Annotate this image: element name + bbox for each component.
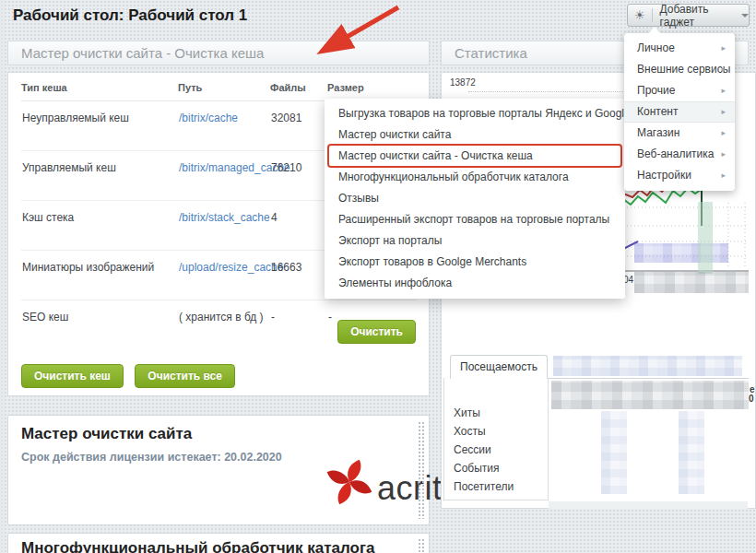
submenu-item[interactable]: Экспорт товаров в Goolge Merchants (325, 252, 625, 273)
acrit-logo-text: acrit (377, 469, 443, 508)
submenu-item[interactable]: Выгрузка товаров на торговые порталы Янд… (325, 103, 625, 124)
clear-seo-button[interactable]: Очистить (337, 320, 416, 344)
submenu-arrow-icon: ▸ (721, 144, 726, 165)
widget-drag-handle[interactable] (418, 421, 425, 519)
submenu-arrow-icon: ▸ (721, 165, 726, 186)
catalog-widget-title: Многофункциональный обработчик каталога (21, 539, 374, 553)
col-header-type: Тип кеша (21, 73, 178, 101)
cache-path-link[interactable]: /upload/resize_cache (179, 261, 283, 274)
cache-type: Неуправляемый кеш (21, 101, 178, 151)
metric-sessions: Сессии (444, 441, 548, 459)
cache-path-link[interactable]: /bitrix/stack_cache (179, 211, 270, 224)
clear-all-button[interactable]: Очистить все (135, 364, 235, 388)
chart-y-max-label: 13872 (450, 77, 476, 88)
submenu-arrow-icon: ▸ (721, 123, 726, 144)
page-left-gutter (0, 0, 6, 553)
metric-visitors: Посетители (444, 477, 548, 496)
clear-cache-button[interactable]: Очистить кеш (21, 364, 124, 388)
cache-type: Управляемый кеш (21, 151, 178, 201)
menu-item-personal[interactable]: Личное▸ (624, 38, 735, 59)
license-expiry-text: Срок действия лицензии истекает: 20.02.2… (21, 451, 282, 464)
submenu-item[interactable]: Отзывы (325, 188, 625, 209)
cache-files: 4 (270, 201, 327, 251)
annotation-arrow (304, 2, 408, 61)
stats-metrics-box: Хиты Хосты Сессии События Посетители (443, 378, 549, 500)
gadget-menu: Личное▸ Внешние сервисы▸ Прочие▸ Контент… (624, 33, 735, 191)
menu-pointer-arrow (647, 27, 662, 35)
cache-path-static: ( хранится в бд ) (178, 300, 270, 363)
redacted-region (634, 243, 728, 263)
redacted-region (551, 381, 749, 409)
submenu-item[interactable]: Многофункциональный обработчик каталога (325, 167, 625, 188)
license-widget: Мастер очистки сайта Срок действия лицен… (7, 415, 430, 525)
submenu-arrow-icon: ▸ (721, 101, 726, 123)
cache-widget-title: Мастер очистки сайта - Очистка кеша (21, 45, 264, 61)
button-separator (652, 8, 653, 22)
redacted-region (679, 411, 704, 494)
content-submenu: Выгрузка товаров на торговые порталы Янд… (325, 99, 625, 299)
cache-files: - (270, 300, 327, 363)
col-header-path: Путь (178, 73, 270, 101)
catalog-widget: Многофункциональный обработчик каталога (7, 533, 430, 553)
col-header-size: Размер (327, 73, 416, 101)
lightbulb-icon: ☀ (628, 5, 652, 26)
submenu-arrow-icon: ▸ (721, 59, 726, 80)
menu-item-other[interactable]: Прочие▸ (624, 80, 735, 101)
cache-type: SEO кеш (21, 300, 178, 363)
menu-item-content[interactable]: Контент▸ (624, 101, 735, 123)
cache-path-link[interactable]: /bitrix/cache (179, 112, 238, 124)
cache-type: Кэш стека (21, 201, 178, 251)
clipped-text-fragment: 0 (749, 394, 754, 404)
add-gadget-button[interactable]: ☀ Добавить гаджет (627, 4, 750, 27)
tab-visits[interactable]: Посещаемость (450, 355, 548, 379)
menu-item-external-services[interactable]: Внешние сервисы▸ (624, 59, 735, 80)
widget-drag-handle[interactable] (418, 538, 425, 553)
menu-item-settings[interactable]: Настройки▸ (624, 165, 735, 186)
cache-type: Миниатюры изображений (21, 251, 178, 300)
redacted-region (601, 411, 627, 494)
caret-down-icon (741, 14, 749, 18)
submenu-item[interactable]: Мастер очистки сайта (325, 124, 625, 146)
cache-files: 32081 (270, 101, 327, 151)
submenu-item[interactable]: Элементы инфоблока (325, 273, 625, 294)
metric-events: События (444, 459, 548, 477)
acrit-logo-icon (325, 456, 374, 508)
redacted-region (553, 356, 742, 376)
cache-files: 76210 (270, 151, 327, 201)
metric-hits: Хиты (444, 404, 548, 422)
cache-files: 16663 (270, 251, 327, 300)
submenu-arrow-icon: ▸ (721, 38, 726, 59)
redacted-region (698, 202, 713, 274)
cache-actions: Очистить кеш Очистить все (21, 364, 242, 388)
stats-widget-title: Статистика (455, 45, 527, 61)
submenu-arrow-icon: ▸ (721, 80, 726, 101)
redacted-region (549, 501, 748, 509)
metric-hosts: Хосты (444, 422, 548, 441)
cache-table-header-row: Тип кеша Путь Файлы Размер (21, 73, 416, 101)
license-widget-title: Мастер очистки сайта (21, 425, 192, 443)
col-header-files: Файлы (270, 73, 327, 101)
menu-item-shop[interactable]: Магазин▸ (624, 123, 735, 144)
add-gadget-label: Добавить гаджет (660, 3, 734, 29)
submenu-item-highlighted[interactable]: Мастер очистки сайта - Очистка кеша (325, 146, 625, 167)
submenu-item[interactable]: Экспорт на порталы (325, 230, 625, 252)
submenu-item[interactable]: Расширенный экспорт товаров на торговые … (325, 209, 625, 230)
page-title: Рабочий стол: Рабочий стол 1 (13, 6, 247, 25)
redacted-region (634, 272, 749, 293)
menu-item-web-analytics[interactable]: Веб-аналитика▸ (624, 144, 735, 165)
chart-top-gridline (468, 91, 625, 92)
